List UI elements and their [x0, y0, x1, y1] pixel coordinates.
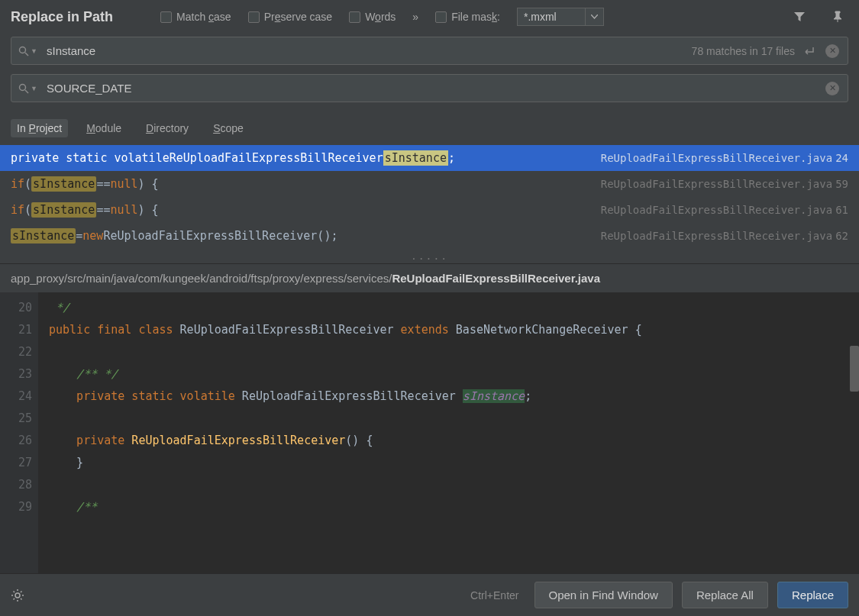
svg-point-0	[20, 47, 26, 53]
gutter: 20 21 22 23 24 25 26 27 28 29	[0, 292, 38, 573]
enter-icon[interactable]	[802, 46, 815, 56]
scope-tabs: In Project Module Directory Scope	[0, 107, 859, 145]
file-path-bar: app_proxy/src/main/java/com/kungeek/andr…	[0, 263, 859, 292]
svg-point-4	[15, 593, 20, 598]
svg-line-1	[25, 53, 28, 56]
search-icon[interactable]: ▼	[18, 46, 37, 56]
preserve-case-checkbox[interactable]: Preserve case	[248, 11, 333, 23]
scrollbar[interactable]	[850, 346, 859, 392]
svg-point-2	[20, 84, 26, 90]
results-more-indicator: .....	[0, 249, 859, 263]
bottom-bar: Ctrl+Enter Open in Find Window Replace A…	[0, 573, 859, 616]
tab-scope[interactable]: Scope	[207, 119, 250, 137]
file-mask-value[interactable]: *.mxml	[517, 8, 586, 26]
dialog-title: Replace in Path	[11, 9, 113, 25]
checkbox-icon	[349, 11, 360, 23]
checkbox-icon	[435, 11, 447, 23]
result-row[interactable]: if (sInstance == null) { ReUploadFailExp…	[0, 197, 859, 223]
clear-search-icon[interactable]: ✕	[825, 44, 839, 58]
top-bar: Replace in Path Match case Preserve case…	[0, 0, 859, 32]
editor-body[interactable]: */ public final class ReUploadFailExpres…	[38, 292, 859, 573]
chevron-down-icon[interactable]	[586, 8, 604, 26]
checkbox-icon	[160, 11, 172, 23]
pin-icon[interactable]	[827, 9, 848, 24]
replace-field-row: ▼ ✕	[11, 74, 848, 102]
search-icon[interactable]: ▼	[18, 83, 37, 94]
result-row[interactable]: sInstance = new ReUploadFailExpressBillR…	[0, 223, 859, 249]
file-mask-combo[interactable]: *.mxml	[517, 8, 604, 26]
filter-icon[interactable]	[789, 9, 810, 24]
search-field-row: ▼ 78 matches in 17 files ✕	[11, 37, 848, 65]
editor-preview: 20 21 22 23 24 25 26 27 28 29 */ public …	[0, 292, 859, 573]
tab-in-project[interactable]: In Project	[11, 119, 68, 137]
shortcut-hint: Ctrl+Enter	[470, 589, 518, 601]
result-row[interactable]: private static volatile ReUploadFailExpr…	[0, 145, 859, 171]
words-checkbox[interactable]: Words	[349, 11, 396, 23]
checkbox-icon	[248, 11, 260, 23]
replace-button[interactable]: Replace	[777, 582, 848, 608]
tab-module[interactable]: Module	[80, 119, 128, 137]
clear-replace-icon[interactable]: ✕	[825, 82, 839, 95]
match-count: 78 matches in 17 files	[692, 45, 795, 57]
match-case-checkbox[interactable]: Match case	[160, 11, 231, 23]
results-list: private static volatile ReUploadFailExpr…	[0, 145, 859, 263]
replace-all-button[interactable]: Replace All	[682, 582, 768, 608]
more-options-icon[interactable]: »	[412, 11, 418, 23]
result-row[interactable]: if (sInstance == null) { ReUploadFailExp…	[0, 171, 859, 197]
svg-line-3	[25, 90, 28, 93]
tab-directory[interactable]: Directory	[140, 119, 195, 137]
gear-icon[interactable]	[11, 589, 24, 602]
replace-input[interactable]	[11, 74, 848, 102]
file-mask-checkbox[interactable]: File mask:	[435, 11, 500, 23]
open-find-window-button[interactable]: Open in Find Window	[534, 582, 673, 608]
